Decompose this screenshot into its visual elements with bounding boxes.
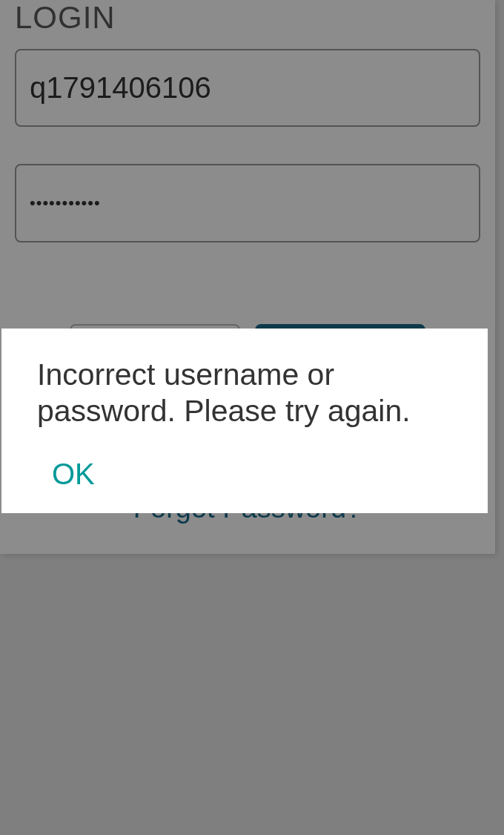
ok-button[interactable]: OK: [37, 458, 95, 491]
error-modal: Incorrect username or password. Please t…: [1, 329, 488, 513]
modal-message: Incorrect username or password. Please t…: [37, 357, 452, 429]
